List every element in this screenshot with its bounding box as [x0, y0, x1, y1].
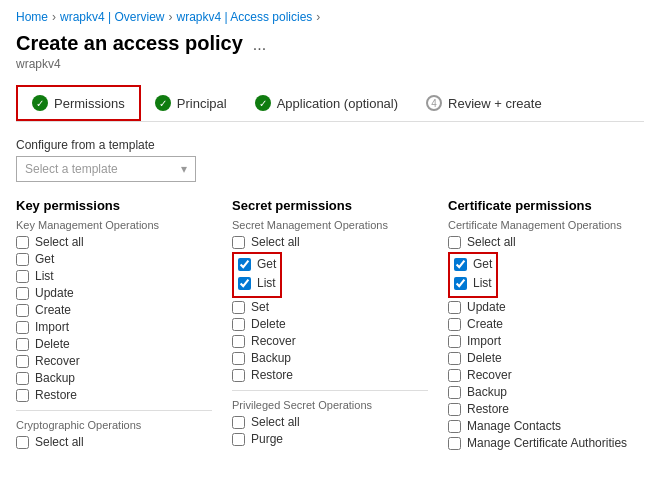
certificate-permissions-title: Certificate permissions: [448, 198, 644, 213]
key-restore: Restore: [16, 388, 212, 402]
cert-backup-checkbox[interactable]: [448, 386, 461, 399]
template-label: Configure from a template: [16, 138, 644, 152]
secret-mgmt-title: Secret Management Operations: [232, 219, 428, 231]
check-icon-application: ✓: [255, 95, 271, 111]
num-icon-review: 4: [426, 95, 442, 111]
secret-list: List: [238, 276, 276, 290]
key-list-checkbox[interactable]: [16, 270, 29, 283]
cert-create-checkbox[interactable]: [448, 318, 461, 331]
key-backup-checkbox[interactable]: [16, 372, 29, 385]
key-get: Get: [16, 252, 212, 266]
cert-list-label: List: [473, 276, 492, 290]
key-select-all-checkbox[interactable]: [16, 236, 29, 249]
secret-list-label: List: [257, 276, 276, 290]
key-delete-checkbox[interactable]: [16, 338, 29, 351]
secret-select-all-checkbox[interactable]: [232, 236, 245, 249]
cert-update: Update: [448, 300, 644, 314]
secret-purge-label: Purge: [251, 432, 283, 446]
cert-delete: Delete: [448, 351, 644, 365]
secret-priv-select-all-checkbox[interactable]: [232, 416, 245, 429]
key-recover-checkbox[interactable]: [16, 355, 29, 368]
secret-purge-checkbox[interactable]: [232, 433, 245, 446]
key-backup-label: Backup: [35, 371, 75, 385]
cert-delete-checkbox[interactable]: [448, 352, 461, 365]
template-section: Configure from a template Select a templ…: [16, 138, 644, 182]
key-update-label: Update: [35, 286, 74, 300]
secret-set-label: Set: [251, 300, 269, 314]
secret-restore-checkbox[interactable]: [232, 369, 245, 382]
secret-delete-label: Delete: [251, 317, 286, 331]
cert-select-all-checkbox[interactable]: [448, 236, 461, 249]
permissions-grid: Key permissions Key Management Operation…: [16, 198, 644, 453]
cert-list-checkbox[interactable]: [454, 277, 467, 290]
secret-get-checkbox[interactable]: [238, 258, 251, 271]
tab-principal[interactable]: ✓ Principal: [141, 87, 241, 119]
secret-priv-title: Privileged Secret Operations: [232, 399, 428, 411]
certificate-permissions-column: Certificate permissions Certificate Mana…: [448, 198, 644, 453]
template-dropdown[interactable]: Select a template ▾: [16, 156, 196, 182]
breadcrumb-home[interactable]: Home: [16, 10, 48, 24]
cert-import-label: Import: [467, 334, 501, 348]
key-import-label: Import: [35, 320, 69, 334]
key-get-checkbox[interactable]: [16, 253, 29, 266]
cert-recover-checkbox[interactable]: [448, 369, 461, 382]
cert-backup: Backup: [448, 385, 644, 399]
secret-delete-checkbox[interactable]: [232, 318, 245, 331]
key-recover: Recover: [16, 354, 212, 368]
cert-restore: Restore: [448, 402, 644, 416]
cert-get: Get: [454, 257, 492, 271]
secret-backup: Backup: [232, 351, 428, 365]
breadcrumb-overview[interactable]: wrapkv4 | Overview: [60, 10, 164, 24]
key-crypto-select-all-checkbox[interactable]: [16, 436, 29, 449]
key-delete-label: Delete: [35, 337, 70, 351]
tab-review[interactable]: 4 Review + create: [412, 87, 556, 119]
tab-permissions[interactable]: ✓ Permissions: [16, 85, 141, 121]
secret-purge: Purge: [232, 432, 428, 446]
key-import-checkbox[interactable]: [16, 321, 29, 334]
breadcrumb: Home › wrapkv4 | Overview › wrapkv4 | Ac…: [16, 10, 644, 24]
key-get-label: Get: [35, 252, 54, 266]
secret-highlighted-group: Get List: [232, 252, 282, 298]
cert-restore-checkbox[interactable]: [448, 403, 461, 416]
key-update-checkbox[interactable]: [16, 287, 29, 300]
cert-update-checkbox[interactable]: [448, 301, 461, 314]
secret-select-all-label: Select all: [251, 235, 300, 249]
cert-manage-contacts-checkbox[interactable]: [448, 420, 461, 433]
secret-priv-select-all-label: Select all: [251, 415, 300, 429]
key-create: Create: [16, 303, 212, 317]
tabs-row: ✓ Permissions ✓ Principal ✓ Application …: [16, 85, 644, 122]
cert-manage-ca-label: Manage Certificate Authorities: [467, 436, 627, 450]
ellipsis-button[interactable]: ...: [249, 36, 270, 54]
template-placeholder: Select a template: [25, 162, 118, 176]
cert-highlighted-group: Get List: [448, 252, 498, 298]
certificate-mgmt-title: Certificate Management Operations: [448, 219, 644, 231]
secret-list-checkbox[interactable]: [238, 277, 251, 290]
breadcrumb-access[interactable]: wrapkv4 | Access policies: [177, 10, 313, 24]
cert-select-all-label: Select all: [467, 235, 516, 249]
secret-permissions-column: Secret permissions Secret Management Ope…: [232, 198, 428, 453]
check-icon-permissions: ✓: [32, 95, 48, 111]
secret-backup-checkbox[interactable]: [232, 352, 245, 365]
cert-import: Import: [448, 334, 644, 348]
cert-manage-contacts: Manage Contacts: [448, 419, 644, 433]
secret-set-checkbox[interactable]: [232, 301, 245, 314]
key-restore-checkbox[interactable]: [16, 389, 29, 402]
secret-backup-label: Backup: [251, 351, 291, 365]
secret-recover: Recover: [232, 334, 428, 348]
secret-priv-select-all: Select all: [232, 415, 428, 429]
cert-update-label: Update: [467, 300, 506, 314]
secret-recover-checkbox[interactable]: [232, 335, 245, 348]
cert-import-checkbox[interactable]: [448, 335, 461, 348]
cert-create: Create: [448, 317, 644, 331]
cert-manage-ca-checkbox[interactable]: [448, 437, 461, 450]
cert-get-checkbox[interactable]: [454, 258, 467, 271]
key-list-label: List: [35, 269, 54, 283]
tab-application[interactable]: ✓ Application (optional): [241, 87, 412, 119]
check-icon-principal: ✓: [155, 95, 171, 111]
key-permissions-title: Key permissions: [16, 198, 212, 213]
key-create-checkbox[interactable]: [16, 304, 29, 317]
secret-permissions-title: Secret permissions: [232, 198, 428, 213]
chevron-down-icon: ▾: [181, 162, 187, 176]
cert-manage-ca: Manage Certificate Authorities: [448, 436, 644, 450]
key-create-label: Create: [35, 303, 71, 317]
